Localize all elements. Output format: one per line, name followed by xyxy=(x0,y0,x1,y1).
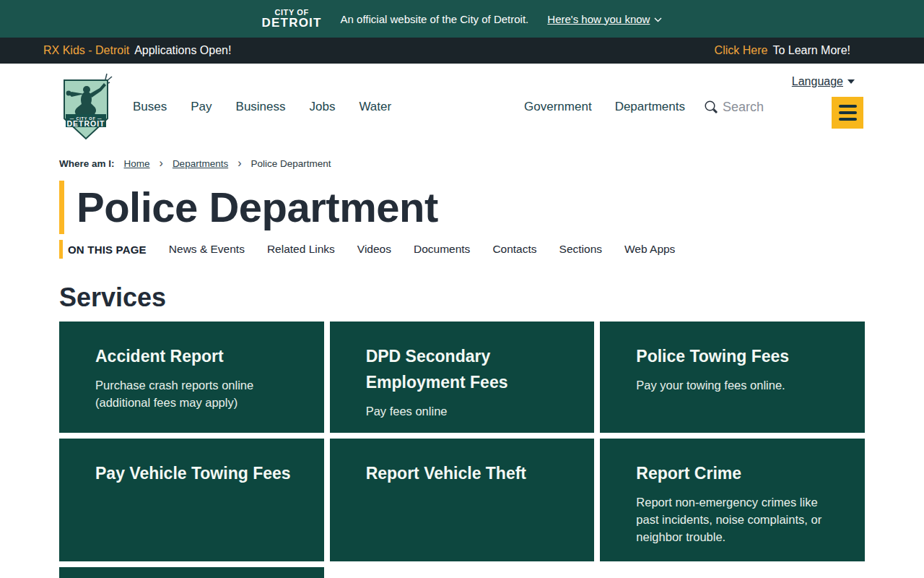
applications-open-text: Applications Open! xyxy=(134,44,231,57)
learn-more-text: To Learn More! xyxy=(772,44,850,57)
promo-banner: RX Kids - Detroit Applications Open! Cli… xyxy=(0,38,924,64)
card-description: Pay your towing fees online. xyxy=(636,376,837,394)
card-description: Purchase crash reports online (additiona… xyxy=(95,376,297,411)
hamburger-icon xyxy=(839,105,857,108)
card-title: Police Towing Fees xyxy=(636,343,837,369)
promo-right: Click Here To Learn More! xyxy=(715,44,850,57)
otp-link-news-events[interactable]: News & Events xyxy=(169,243,245,256)
chevron-down-icon xyxy=(654,17,662,22)
breadcrumb-departments-link[interactable]: Departments xyxy=(173,158,228,169)
nav-item-pay[interactable]: Pay xyxy=(191,100,212,114)
heres-how-you-know-label: Here's how you know xyxy=(547,13,650,25)
click-here-link[interactable]: Click Here xyxy=(715,44,768,57)
service-card-pay-vehicle-towing-fees[interactable]: Pay Vehicle Towing Fees xyxy=(59,439,324,561)
card-title: Report Crime xyxy=(636,460,837,486)
language-selector[interactable]: Language xyxy=(792,75,855,88)
services-heading: Services xyxy=(59,282,865,314)
title-accent-bar xyxy=(59,181,64,234)
otp-link-videos[interactable]: Videos xyxy=(357,243,391,256)
svg-text:DETROIT: DETROIT xyxy=(66,118,105,127)
card-title: Accident Report xyxy=(95,343,297,369)
promo-left: RX Kids - Detroit Applications Open! xyxy=(43,44,231,57)
nav-item-water[interactable]: Water xyxy=(359,100,391,114)
rx-kids-link[interactable]: RX Kids - Detroit xyxy=(43,44,129,57)
service-card-accident-report[interactable]: Accident Report Purchase crash reports o… xyxy=(59,322,324,433)
nav-item-business[interactable]: Business xyxy=(236,100,286,114)
primary-nav-right: Government Departments xyxy=(524,100,685,114)
breadcrumb-separator-icon: › xyxy=(237,158,241,169)
main-content: Where am I: Home › Departments › Police … xyxy=(0,158,924,578)
page-title: Police Department xyxy=(64,181,438,234)
on-this-page-nav: ON THIS PAGE News & Events Related Links… xyxy=(59,240,865,259)
page-title-row: Police Department xyxy=(59,181,865,234)
nav-item-government[interactable]: Government xyxy=(524,100,592,114)
primary-nav-left: Buses Pay Business Jobs Water xyxy=(133,100,391,114)
breadcrumb-home-link[interactable]: Home xyxy=(124,158,150,169)
official-website-text: An official website of the City of Detro… xyxy=(341,13,529,25)
otp-link-sections[interactable]: Sections xyxy=(559,243,602,256)
hamburger-menu-button[interactable] xyxy=(832,97,863,129)
service-card-report-crime[interactable]: Report Crime Report non-emergency crimes… xyxy=(600,439,865,561)
services-card-grid: Accident Report Purchase crash reports o… xyxy=(59,322,865,578)
otp-link-contacts[interactable]: Contacts xyxy=(492,243,536,256)
language-caret-icon xyxy=(847,79,855,84)
breadcrumb: Where am I: Home › Departments › Police … xyxy=(59,158,865,169)
breadcrumb-current-page: Police Department xyxy=(251,158,331,169)
nav-item-buses[interactable]: Buses xyxy=(133,100,167,114)
otp-link-web-apps[interactable]: Web Apps xyxy=(624,243,675,256)
site-header: — CITY OF — DETROIT Buses Pay Business J… xyxy=(0,64,924,144)
breadcrumb-separator-icon: › xyxy=(160,158,163,169)
card-title: Pay Vehicle Towing Fees xyxy=(95,460,297,486)
card-title: Report Vehicle Theft xyxy=(366,460,567,486)
city-of-detroit-logo[interactable]: — CITY OF — DETROIT xyxy=(59,72,117,142)
service-card-partial[interactable] xyxy=(59,567,324,578)
official-gov-banner: CITY OF DETROIT An official website of t… xyxy=(0,0,924,38)
card-description: Report non-emergency crimes like past in… xyxy=(636,493,837,545)
otp-link-documents[interactable]: Documents xyxy=(414,243,470,256)
gov-logo-city-of: CITY OF xyxy=(262,8,322,17)
gov-banner-logo: CITY OF DETROIT xyxy=(262,8,322,30)
on-this-page-items: News & Events Related Links Videos Docum… xyxy=(169,243,676,256)
service-card-report-vehicle-theft[interactable]: Report Vehicle Theft xyxy=(330,439,595,561)
nav-item-departments[interactable]: Departments xyxy=(615,100,685,114)
service-card-dpd-secondary-employment-fees[interactable]: DPD Secondary Employment Fees Pay fees o… xyxy=(330,322,595,433)
otp-link-related-links[interactable]: Related Links xyxy=(267,243,335,256)
breadcrumb-label: Where am I: xyxy=(59,158,115,169)
gov-logo-detroit: DETROIT xyxy=(262,17,322,30)
on-this-page-label: ON THIS PAGE xyxy=(63,243,147,256)
language-label: Language xyxy=(792,75,843,88)
card-description: Pay fees online xyxy=(366,402,567,420)
spirit-of-detroit-icon: — CITY OF — DETROIT xyxy=(59,72,117,142)
service-card-police-towing-fees[interactable]: Police Towing Fees Pay your towing fees … xyxy=(600,322,865,433)
heres-how-you-know-link[interactable]: Here's how you know xyxy=(547,13,662,25)
card-title: DPD Secondary Employment Fees xyxy=(366,343,567,395)
nav-item-jobs[interactable]: Jobs xyxy=(310,100,336,114)
search-label: Search xyxy=(723,100,764,115)
search-control[interactable]: Search xyxy=(704,100,764,115)
search-icon xyxy=(704,100,718,114)
